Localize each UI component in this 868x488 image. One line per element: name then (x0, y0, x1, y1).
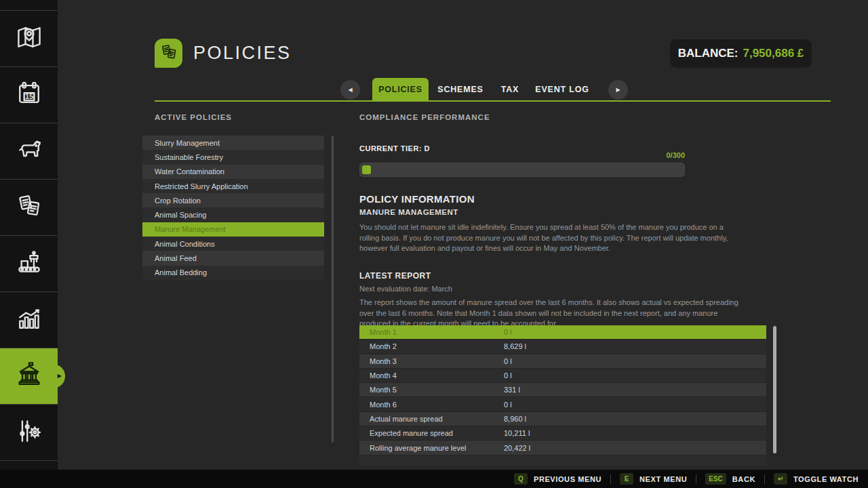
balance-value: 7,950,686 £ (743, 47, 804, 60)
next-evaluation-date: Next evaluation date: March (359, 284, 452, 295)
table-row-partial (359, 455, 766, 466)
key-esc: ESC (705, 473, 726, 485)
policy-info-header: POLICY INFORMATION (359, 193, 475, 205)
policy-list-item-selected[interactable]: Manure Management (142, 222, 324, 237)
sidebar-item-contracts[interactable] (0, 179, 58, 235)
keybind-footer: Q PREVIOUS MENU E NEXT MENU ESC BACK ↵ T… (0, 470, 868, 488)
policy-list-item[interactable]: Animal Feed (142, 251, 324, 265)
active-indicator (47, 365, 65, 388)
table-row[interactable]: Month 4 0 l (359, 369, 766, 383)
tab-schemes[interactable]: SCHEMES (435, 78, 486, 101)
policy-info-name: MANURE MANAGEMENT (359, 208, 458, 216)
tab-underline (155, 100, 831, 102)
bank-icon (14, 360, 44, 392)
table-row[interactable]: Month 6 0 l (359, 397, 766, 411)
hint-next-menu[interactable]: E NEXT MENU (620, 473, 687, 485)
hint-toggle-watch[interactable]: ↵ TOGGLE WATCH (774, 473, 859, 485)
cow-icon (14, 135, 44, 167)
table-row[interactable]: Expected manure spread 10,211 l (359, 426, 766, 441)
report-table: Month 1 0 l Month 2 8,629 l Month 3 0 l … (359, 325, 766, 466)
tab-prev-arrow-icon[interactable]: ◀ (340, 80, 360, 100)
compliance-header: COMPLIANCE PERFORMANCE (359, 113, 490, 121)
policy-list-item[interactable]: Animal Spacing (142, 207, 324, 222)
key-e: E (620, 473, 633, 485)
policies-list-scrollbar[interactable] (332, 136, 334, 443)
hint-previous-menu[interactable]: Q PREVIOUS MENU (514, 473, 601, 485)
tab-tax[interactable]: TAX (494, 78, 526, 101)
sidebar-item-partial-bottom (0, 460, 58, 470)
sidebar-item-policies[interactable]: ▶ (0, 348, 58, 404)
table-row[interactable]: Rolling average manure level 20,422 l (359, 441, 766, 455)
balance-display: BALANCE: 7,950,686 £ (670, 39, 812, 68)
hint-divider (764, 474, 765, 484)
sidebar-item-partial-top (0, 0, 58, 10)
table-row[interactable]: Actual manure spread 8,960 l (359, 412, 766, 426)
nav-sidebar: 15 ▶ (0, 0, 58, 488)
policy-list-item[interactable]: Water Contamination (142, 165, 324, 179)
table-row[interactable]: Month 5 331 l (359, 383, 766, 397)
current-tier-label: CURRENT TIER: D (359, 144, 430, 152)
chevron-right-icon: ▶ (58, 373, 62, 379)
key-q: Q (514, 473, 528, 485)
table-row[interactable]: Month 1 0 l (359, 325, 766, 340)
sidebar-item-statistics[interactable] (0, 291, 58, 348)
svg-text:15: 15 (24, 92, 33, 100)
policy-list-item[interactable]: Sustainable Forestry (142, 150, 324, 164)
sidebar-item-calendar[interactable]: 15 (0, 66, 58, 123)
settings-sliders-gear-icon (14, 416, 44, 449)
map-icon (14, 22, 44, 55)
active-policies-header: ACTIVE POLICIES (155, 113, 232, 121)
key-enter-icon: ↵ (774, 473, 787, 485)
tab-policies[interactable]: POLICIES (372, 78, 429, 101)
statistics-icon (14, 304, 44, 336)
policy-list-item[interactable]: Slurry Management (142, 136, 324, 150)
policies-documents-icon (159, 42, 179, 65)
page-title: POLICIES (193, 43, 292, 64)
policy-list-item[interactable]: Animal Conditions (142, 237, 324, 251)
production-icon (14, 247, 44, 280)
report-table-scrollbar[interactable] (773, 326, 776, 453)
sidebar-item-animals[interactable] (0, 123, 58, 179)
page-title-tile (155, 39, 182, 68)
sidebar-item-settings[interactable] (0, 404, 58, 460)
policy-list-item[interactable]: Crop Rotation (142, 193, 324, 207)
policies-screen: 15 ▶ (0, 0, 868, 488)
policy-info-description: You should not let manure sit idle indef… (359, 222, 741, 254)
table-row[interactable]: Month 2 8,629 l (359, 340, 766, 354)
sidebar-item-production[interactable] (0, 235, 58, 291)
policy-list-item[interactable]: Restricted Slurry Application (142, 179, 324, 193)
compliance-score: 0/300 (617, 151, 685, 159)
hint-back[interactable]: ESC BACK (705, 473, 755, 485)
compliance-progress-bar (359, 163, 685, 177)
active-policies-list: Slurry Management Sustainable Forestry W… (142, 136, 324, 280)
sidebar-item-map[interactable] (0, 10, 58, 66)
policy-list-item[interactable]: Animal Bedding (142, 266, 324, 280)
compliance-progress-fill (362, 165, 371, 174)
tab-event-log[interactable]: EVENT LOG (533, 78, 591, 101)
latest-report-description: The report shows the amount of manure sp… (359, 298, 743, 329)
table-row[interactable]: Month 3 0 l (359, 354, 766, 369)
hint-divider (696, 474, 696, 484)
balance-label: BALANCE: (678, 47, 738, 60)
documents-icon (14, 191, 44, 224)
tab-next-arrow-icon[interactable]: ▶ (608, 80, 628, 100)
latest-report-header: LATEST REPORT (359, 271, 431, 281)
hint-divider (610, 474, 611, 484)
calendar-icon: 15 (14, 79, 44, 111)
